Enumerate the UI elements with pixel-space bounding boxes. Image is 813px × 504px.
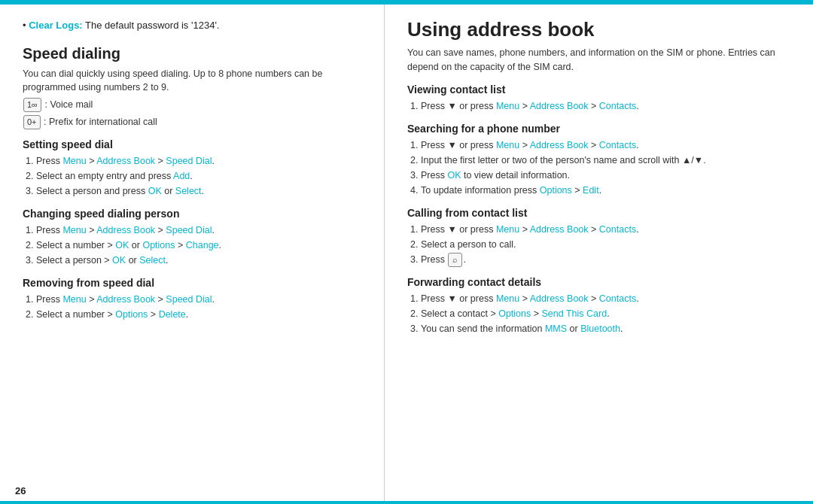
calling-heading: Calling from contact list <box>407 207 790 219</box>
delete-link: Delete <box>159 309 186 320</box>
speed-dial-link: Speed Dial <box>166 225 212 235</box>
contacts-link: Contacts <box>599 224 636 235</box>
viewing-list: Press ▼ or press Menu > Address Book > C… <box>421 99 790 114</box>
setting-speed-dial-list: Press Menu > Address Book > Speed Dial. … <box>36 153 361 199</box>
mms-link: MMS <box>545 323 567 334</box>
menu-link: Menu <box>62 225 86 235</box>
list-item: Select an empty entry and press Add. <box>36 169 361 184</box>
prefix-line: 0+ : Prefix for international call <box>23 115 361 129</box>
list-item: Press ▼ or press Menu > Address Book > C… <box>421 291 790 306</box>
call-key-icon: ⌕ <box>448 253 462 268</box>
setting-speed-dial-heading: Setting speed dial <box>23 138 361 150</box>
contacts-link: Contacts <box>599 101 636 111</box>
speed-dialing-heading: Speed dialing <box>23 44 361 63</box>
contacts-link: Contacts <box>599 140 636 150</box>
prefix-key: 0+ <box>23 115 41 129</box>
menu-link: Menu <box>62 294 86 305</box>
ok-link: OK <box>148 186 162 196</box>
bottom-bar <box>0 501 813 504</box>
voice-mail-key: 1∞ <box>23 98 41 112</box>
removing-list: Press Menu > Address Book > Speed Dial. … <box>36 292 361 322</box>
list-item: Select a person > OK or Select. <box>36 253 361 268</box>
list-item: Press Menu > Address Book > Speed Dial. <box>36 223 361 238</box>
changing-heading: Changing speed dialing person <box>23 208 361 220</box>
list-item: Press Menu > Address Book > Speed Dial. <box>36 292 361 307</box>
menu-link: Menu <box>496 140 519 150</box>
searching-heading: Searching for a phone number <box>407 123 790 135</box>
select-link: Select <box>139 255 166 266</box>
list-item: Select a number > Options > Delete. <box>36 307 361 322</box>
clear-logs-item: • Clear Logs: The default password is '1… <box>23 18 361 33</box>
prefix-text: : Prefix for international call <box>44 117 157 127</box>
speed-dial-link: Speed Dial <box>166 156 212 166</box>
list-item: Select a person to call. <box>421 237 790 252</box>
ok-link: OK <box>447 170 461 181</box>
options-link: Options <box>540 185 572 196</box>
menu-link: Menu <box>496 224 519 235</box>
forwarding-heading: Forwarding contact details <box>407 276 790 288</box>
list-item: Press ⌕. <box>421 252 790 268</box>
menu-link: Menu <box>496 101 519 111</box>
list-item: Press ▼ or press Menu > Address Book > C… <box>421 99 790 114</box>
voice-mail-text: : Voice mail <box>44 99 93 110</box>
list-item: Press ▼ or press Menu > Address Book > C… <box>421 222 790 237</box>
bluetooth-link: Bluetooth <box>580 323 620 334</box>
main-heading: Using address book <box>407 18 790 41</box>
calling-list: Press ▼ or press Menu > Address Book > C… <box>421 222 790 268</box>
add-link: Add <box>173 171 190 181</box>
menu-link: Menu <box>496 293 519 304</box>
address-book-link: Address Book <box>530 224 589 235</box>
options-link: Options <box>498 308 531 319</box>
address-book-link: Address Book <box>96 156 155 166</box>
page-number: 26 <box>15 485 26 496</box>
select-link: Select <box>175 186 202 196</box>
viewing-heading: Viewing contact list <box>407 83 790 96</box>
address-book-link: Address Book <box>530 140 589 150</box>
ok-link: OK <box>115 240 129 250</box>
voice-mail-line: 1∞ : Voice mail <box>23 98 361 112</box>
forwarding-list: Press ▼ or press Menu > Address Book > C… <box>421 291 790 336</box>
speed-dialing-intro: You can dial quickly using speed dialing… <box>23 67 361 96</box>
address-book-link: Address Book <box>96 225 155 235</box>
list-item: You can send the information MMS or Blue… <box>421 321 790 336</box>
options-link: Options <box>115 309 148 320</box>
list-item: Select a contact > Options > Send This C… <box>421 306 790 321</box>
clear-logs-text: The default password is '1234'. <box>85 20 219 31</box>
changing-list: Press Menu > Address Book > Speed Dial. … <box>36 223 361 268</box>
left-column: • Clear Logs: The default password is '1… <box>0 5 384 501</box>
clear-logs-label: Clear Logs: <box>29 20 83 31</box>
address-book-link: Address Book <box>96 294 155 305</box>
contacts-link: Contacts <box>599 293 636 304</box>
list-item: Press ▼ or press Menu > Address Book > C… <box>421 138 790 153</box>
edit-link: Edit <box>583 185 599 196</box>
list-item: Input the first letter or two of the per… <box>421 153 790 168</box>
send-this-card-link: Send This Card <box>542 308 607 319</box>
right-column: Using address book You can save names, p… <box>385 5 813 501</box>
right-intro: You can save names, phone numbers, and i… <box>407 46 790 74</box>
address-book-link: Address Book <box>530 293 589 304</box>
removing-heading: Removing from speed dial <box>23 277 361 289</box>
ok-link: OK <box>112 255 126 266</box>
list-item: Select a person and press OK or Select. <box>36 184 361 199</box>
change-link: Change <box>186 240 219 250</box>
list-item: Press OK to view detail information. <box>421 168 790 183</box>
speed-dial-link: Speed Dial <box>166 294 212 305</box>
searching-list: Press ▼ or press Menu > Address Book > C… <box>421 138 790 198</box>
list-item: Press Menu > Address Book > Speed Dial. <box>36 153 361 169</box>
menu-link: Menu <box>62 156 86 166</box>
address-book-link: Address Book <box>530 101 589 111</box>
list-item: To update information press Options > Ed… <box>421 183 790 198</box>
options-link: Options <box>142 240 175 250</box>
list-item: Select a number > OK or Options > Change… <box>36 238 361 253</box>
